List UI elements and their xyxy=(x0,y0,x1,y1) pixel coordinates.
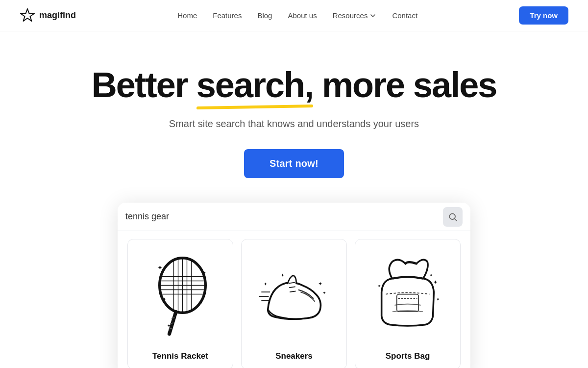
svg-text:✦: ✦ xyxy=(318,281,322,287)
navbar: magifind Home Features Blog About us Res… xyxy=(0,0,588,31)
nav-item-about[interactable]: About us xyxy=(288,11,317,20)
nav-item-home[interactable]: Home xyxy=(177,11,197,20)
headline-part1: Better xyxy=(92,65,196,105)
try-now-button[interactable]: Try now xyxy=(519,6,568,25)
sneakers-label: Sneakers xyxy=(275,351,313,361)
svg-text:✦: ✦ xyxy=(377,284,381,289)
product-card-tennis-racket[interactable]: ✦ ✦ ✦ ✦ ✦ Tennis Racket xyxy=(127,239,233,368)
sports-bag-label: Sports Bag xyxy=(386,351,430,361)
nav-item-contact[interactable]: Contact xyxy=(392,11,417,20)
svg-text:✦: ✦ xyxy=(198,300,202,306)
nav-item-resources[interactable]: Resources xyxy=(333,11,377,20)
svg-line-1 xyxy=(455,218,457,221)
svg-text:✦: ✦ xyxy=(433,279,438,285)
start-now-button[interactable]: Start now! xyxy=(244,149,344,178)
sneakers-image: ✦ ✦ ✦ ✦ xyxy=(249,247,339,345)
sneakers-illustration: ✦ ✦ ✦ ✦ xyxy=(255,252,333,341)
svg-point-0 xyxy=(449,213,455,219)
nav-item-features[interactable]: Features xyxy=(213,11,242,20)
svg-text:✦: ✦ xyxy=(322,290,326,295)
nav-item-blog[interactable]: Blog xyxy=(257,11,272,20)
search-demo: ✦ ✦ ✦ ✦ ✦ Tennis Racket xyxy=(118,203,470,368)
svg-text:✦: ✦ xyxy=(157,264,163,271)
svg-text:✦: ✦ xyxy=(202,270,206,275)
svg-text:✦: ✦ xyxy=(264,282,268,287)
svg-text:✦: ✦ xyxy=(281,273,285,278)
svg-text:✦: ✦ xyxy=(163,297,167,302)
headline-highlighted: search, xyxy=(196,65,313,105)
logo-icon xyxy=(20,8,35,24)
product-card-sneakers[interactable]: ✦ ✦ ✦ ✦ Sneakers xyxy=(241,239,347,368)
tennis-racket-illustration: ✦ ✦ ✦ ✦ ✦ xyxy=(141,252,220,341)
chevron-down-icon xyxy=(369,12,376,19)
svg-text:✦: ✦ xyxy=(429,273,433,278)
search-input[interactable] xyxy=(125,203,443,231)
svg-text:✦: ✦ xyxy=(436,297,440,302)
svg-text:✦: ✦ xyxy=(167,323,171,328)
product-card-sports-bag[interactable]: ✦ ✦ ✦ ✦ Sports Bag xyxy=(355,239,461,368)
nav-links: Home Features Blog About us Resources Co… xyxy=(177,11,417,20)
logo-text: magifind xyxy=(39,10,76,21)
logo[interactable]: magifind xyxy=(20,8,76,24)
search-button[interactable] xyxy=(443,207,463,227)
tennis-racket-image: ✦ ✦ ✦ ✦ ✦ xyxy=(136,247,225,345)
search-bar xyxy=(118,203,470,231)
headline-part2: more sales xyxy=(313,65,496,105)
hero-headline: Better search, more sales xyxy=(10,66,578,105)
sports-bag-image: ✦ ✦ ✦ ✦ xyxy=(363,247,452,345)
hero-section: Better search, more sales Smart site sea… xyxy=(0,31,588,368)
product-cards: ✦ ✦ ✦ ✦ ✦ Tennis Racket xyxy=(118,231,470,368)
hero-subheading: Smart site search that knows and underst… xyxy=(10,118,578,130)
tennis-racket-label: Tennis Racket xyxy=(152,351,208,361)
search-icon xyxy=(448,212,458,222)
sports-bag-illustration: ✦ ✦ ✦ ✦ xyxy=(368,252,447,341)
